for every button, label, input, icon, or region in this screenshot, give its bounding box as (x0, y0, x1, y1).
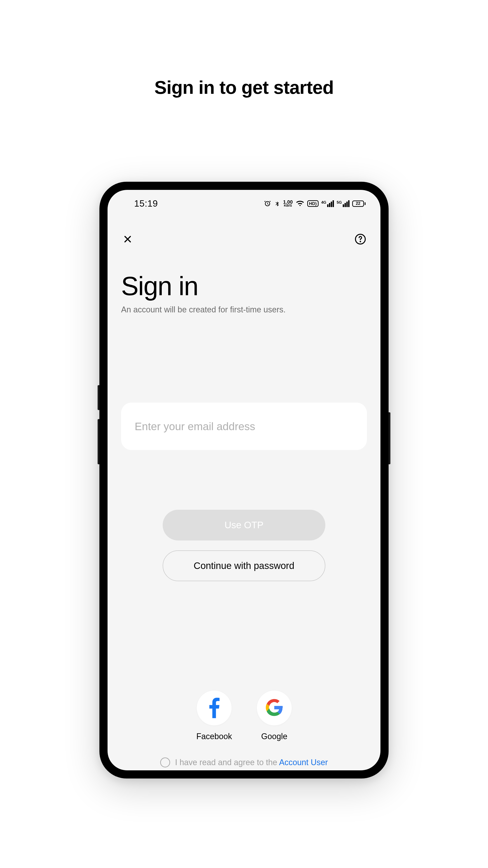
signal-4g-label: 4G (321, 200, 326, 205)
status-time: 15:19 (134, 198, 158, 209)
signal-bar (346, 202, 348, 207)
agreement-row: I have read and agree to the Account Use… (121, 757, 367, 767)
agreement-text: I have read and agree to the Account Use… (175, 758, 328, 767)
battery-body: 22 (352, 200, 364, 207)
google-label: Google (261, 732, 287, 741)
bluetooth-icon (274, 200, 281, 208)
signin-subtitle: An account will be created for first-tim… (121, 305, 367, 314)
side-button-left-2 (98, 419, 99, 464)
email-input[interactable] (121, 403, 367, 450)
signal-bar (348, 200, 350, 207)
side-button-right (389, 412, 390, 464)
content-area: Sign in An account will be created for f… (107, 246, 381, 770)
header-row (107, 213, 381, 246)
facebook-label: Facebook (196, 732, 232, 741)
signal-bar (329, 203, 330, 207)
page-title: Sign in to get started (154, 77, 333, 98)
phone-frame: 15:19 1.00 KB/S HD) 4G (99, 182, 389, 778)
signal-4g: 4G (321, 200, 334, 207)
battery-indicator: 22 (352, 200, 365, 207)
help-button[interactable] (354, 233, 367, 246)
alarm-icon (264, 200, 271, 208)
facebook-icon (207, 697, 221, 719)
continue-password-button[interactable]: Continue with password (163, 550, 325, 581)
wifi-icon (295, 200, 304, 208)
status-icons: 1.00 KB/S HD) 4G 5G (264, 200, 365, 208)
hd-badge: HD) (307, 200, 319, 207)
signal-5g-label: 5G (337, 200, 342, 205)
phone-screen: 15:19 1.00 KB/S HD) 4G (107, 190, 381, 770)
close-button[interactable] (121, 233, 134, 246)
signal-5g: 5G (337, 200, 350, 207)
signal-bar (343, 204, 344, 207)
signin-title: Sign in (121, 271, 367, 301)
agreement-prefix: I have read and agree to the (175, 758, 279, 767)
status-bar: 15:19 1.00 KB/S HD) 4G (107, 190, 381, 213)
use-otp-button[interactable]: Use OTP (163, 510, 325, 540)
help-icon (355, 233, 366, 246)
google-signin[interactable]: Google (257, 690, 292, 741)
facebook-circle (197, 690, 232, 725)
agreement-link[interactable]: Account User (279, 758, 328, 767)
signal-bar (327, 204, 328, 207)
signal-bar (345, 203, 346, 207)
data-rate-indicator: 1.00 KB/S (283, 200, 293, 207)
svg-point-1 (360, 241, 361, 242)
signal-bar (332, 200, 334, 207)
data-rate-unit: KB/S (284, 204, 292, 207)
social-row: Facebook Google (121, 690, 367, 741)
battery-level: 22 (356, 201, 360, 206)
agreement-radio[interactable] (160, 757, 170, 767)
facebook-signin[interactable]: Facebook (196, 690, 232, 741)
side-button-left-1 (98, 385, 99, 410)
google-icon (265, 699, 283, 717)
close-icon (122, 234, 133, 246)
google-circle (257, 690, 292, 725)
signal-bar (331, 202, 332, 207)
battery-tip (365, 202, 365, 205)
